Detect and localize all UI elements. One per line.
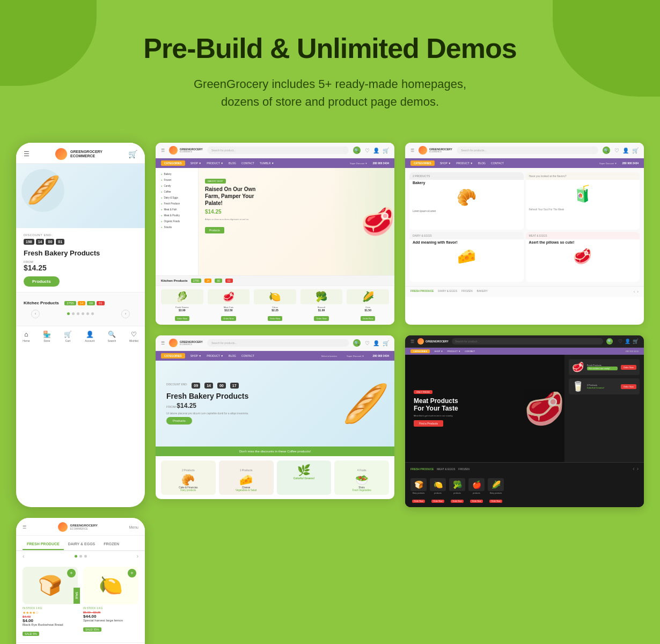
nav-home[interactable]: ⌂ Home: [23, 331, 30, 342]
dt2-hamburger[interactable]: ☰: [410, 148, 414, 153]
mobile2-hamburger[interactable]: ☰: [23, 525, 26, 530]
bakery-nav-shop[interactable]: SHOP ▼: [190, 354, 201, 357]
dt2-nav-contact[interactable]: CONTACT: [491, 162, 504, 165]
bakery-hamburger[interactable]: ☰: [161, 341, 165, 346]
mobile2-next[interactable]: ›: [137, 553, 138, 559]
bakery-nav-contact[interactable]: CONTACT: [241, 354, 254, 357]
dt-search-button[interactable]: 🔍: [353, 147, 361, 154]
nav-search[interactable]: 🔍 Search: [108, 331, 116, 342]
thumb-add-btn-2[interactable]: Order Now: [221, 316, 236, 321]
dot-2[interactable]: [72, 312, 75, 315]
dt2-cat-frozen[interactable]: DAIRY & EGGS Add meaning with flavor! 🧀: [409, 232, 524, 282]
nav-tumblr[interactable]: TUMBLR ▼: [260, 162, 274, 165]
thumb-add-btn-5[interactable]: Order Now: [361, 316, 375, 321]
dt2-user-icon[interactable]: 👤: [622, 148, 629, 153]
meat-prev-arrow[interactable]: ‹: [633, 466, 634, 472]
meat-search[interactable]: Search for product...: [452, 338, 603, 345]
hero-btn[interactable]: Products: [205, 227, 224, 233]
sidebar-dairy[interactable]: Dairy & Eggs: [159, 195, 195, 201]
meat-categories-btn[interactable]: CATEGORIES: [410, 349, 430, 353]
nav-contact[interactable]: CONTACT: [241, 162, 254, 165]
meat-thumb-btn-3[interactable]: Order Now: [451, 500, 464, 503]
sidebar-bakery[interactable]: Bakery: [159, 171, 195, 177]
dt2-nav-shop[interactable]: SHOP ▼: [440, 162, 451, 165]
dt-hamburger[interactable]: ☰: [161, 148, 165, 153]
wishlist-header-icon[interactable]: ♡: [365, 148, 370, 153]
dt2-cart-icon[interactable]: 🛒: [632, 148, 639, 153]
sidebar-meat-fish[interactable]: Meat & Fish: [159, 207, 195, 213]
meat-user-icon[interactable]: 👤: [625, 339, 630, 344]
dt2-nav-blog[interactable]: BLOG: [478, 162, 486, 165]
meat-hamburger[interactable]: ☰: [410, 339, 414, 344]
meat-nav-contact[interactable]: CONTACT: [465, 350, 475, 353]
hamburger-icon[interactable]: ☰: [24, 150, 30, 158]
sidebar-meat-poultry[interactable]: Meat & Poultry: [159, 213, 195, 218]
bakery-cat-1[interactable]: 2 Products 🥐 Cake & Financias Dairy prod…: [161, 460, 216, 495]
user-header-icon[interactable]: 👤: [373, 148, 379, 153]
prev-arrow[interactable]: ‹: [31, 310, 40, 318]
dt2-categories-btn[interactable]: CATEGORIES: [410, 160, 435, 166]
bakery-cart-icon[interactable]: 🛒: [383, 340, 389, 346]
categories-button[interactable]: CATEGORIES: [161, 160, 185, 166]
meat-thumb-btn-2[interactable]: Order Now: [431, 500, 445, 503]
meat-side-btn-2[interactable]: Order Now: [621, 384, 636, 389]
nav-cart[interactable]: 🛒 Cart: [64, 331, 72, 342]
sidebar-frozen[interactable]: Frozen: [159, 177, 195, 183]
bakery-cat-2[interactable]: 1 Products 🧀 Cheese Vegetables & Salad: [219, 460, 274, 495]
bakery-cat-3[interactable]: 🌿 Colorful Greens!: [277, 460, 332, 495]
dot-5[interactable]: [86, 312, 89, 315]
thumb-add-btn-1[interactable]: Order Now: [175, 316, 189, 321]
tab-fresh-produce[interactable]: FRESH PRODUCE: [23, 540, 64, 550]
bakery-search[interactable]: Search for products...: [207, 339, 349, 347]
meat-thumb-btn-1[interactable]: Order Now: [412, 500, 426, 503]
tab-frozen[interactable]: FROZEN: [99, 540, 123, 550]
dt2-cat-dairy[interactable]: Have you looked at the flavors? 🧃 Refres…: [526, 172, 640, 230]
sidebar-fresh[interactable]: Fresh Produce: [159, 201, 195, 207]
mobile2-add-cart-1[interactable]: +: [67, 569, 76, 577]
mobile2-add-cart-2[interactable]: +: [128, 569, 136, 577]
mobile-products-button[interactable]: Products: [24, 276, 60, 287]
nav-store[interactable]: 🏪 Store: [43, 331, 51, 342]
strip-prev[interactable]: ‹: [634, 289, 635, 294]
meat-hero-btn[interactable]: Find a Products: [414, 420, 443, 427]
dot-4[interactable]: [82, 312, 84, 315]
bakery-user-icon[interactable]: 👤: [373, 340, 379, 346]
bakery-search-btn[interactable]: 🔍: [353, 339, 361, 347]
dot-6[interactable]: [91, 312, 94, 315]
dot-3[interactable]: [77, 312, 79, 315]
meat-wishlist-icon[interactable]: ♡: [618, 339, 622, 344]
dt-search-bar[interactable]: Search for product...: [207, 147, 349, 154]
sidebar-candy[interactable]: Candy: [159, 183, 195, 189]
sidebar-snacks[interactable]: Snacks: [159, 224, 195, 230]
nav-wishlist[interactable]: ♡ Wishlist: [129, 331, 138, 342]
thumb-add-btn-3[interactable]: Order Now: [268, 316, 282, 321]
strip-next[interactable]: ›: [637, 289, 639, 294]
meat-thumb-btn-5[interactable]: Order Now: [489, 500, 503, 503]
mobile2-prev[interactable]: ‹: [23, 553, 24, 559]
bakery-wishlist-icon[interactable]: ♡: [365, 340, 370, 346]
thumb-add-btn-4[interactable]: Order Now: [314, 316, 328, 321]
m2-dot-2[interactable]: [79, 555, 82, 558]
nav-product[interactable]: PRODUCT ▼: [207, 162, 223, 165]
dt2-cat-meat[interactable]: MEAT & EGGS Asert the pillows so cute! 🥩: [526, 232, 640, 282]
cart-header-icon[interactable]: 🛒: [383, 148, 389, 153]
bakery-nav-blog[interactable]: BLOG: [229, 354, 236, 357]
meat-cart-icon[interactable]: 🛒: [633, 339, 639, 344]
sidebar-organic[interactable]: Organic Foods: [159, 218, 195, 224]
next-arrow[interactable]: ›: [121, 310, 130, 318]
bakery-hero-btn[interactable]: Products: [166, 417, 192, 425]
dot-1[interactable]: [67, 312, 70, 315]
tab-dairy-eggs[interactable]: DAIRY & EGGS: [64, 540, 100, 550]
meat-side-btn-1[interactable]: Order Now: [621, 365, 636, 370]
bakery-nav-cat[interactable]: CATEGORIES: [161, 353, 185, 358]
dt2-search-bar[interactable]: Search for products...: [457, 147, 598, 154]
sidebar-coffee[interactable]: Coffee: [159, 189, 195, 195]
bakery-cat-4[interactable]: 4 Fruits 🥗 Shots Fresh Vegetables: [334, 460, 389, 495]
m2-dot-3[interactable]: [84, 555, 87, 558]
meat-thumb-btn-4[interactable]: Order Now: [470, 500, 483, 503]
nav-shop[interactable]: SHOP ▼: [190, 162, 201, 165]
mobile2-menu-label[interactable]: Menu: [129, 525, 138, 529]
nav-blog[interactable]: BLOG: [229, 162, 236, 165]
meat-nav-shop[interactable]: SHOP ▼: [434, 350, 443, 353]
cart-icon[interactable]: 🛒: [128, 150, 137, 158]
